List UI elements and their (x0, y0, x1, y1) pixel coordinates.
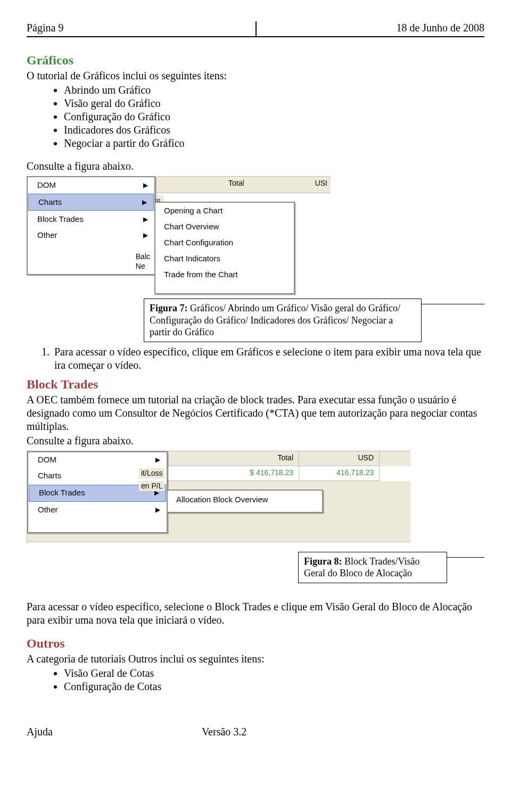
figure-7-caption: Figura 7: Gráficos/ Abrindo um Gráfico/ … (144, 299, 422, 342)
submenu-arrow-icon: ▶ (155, 456, 160, 464)
caption-title: Figura 8: (304, 556, 344, 567)
menu-label: Other (37, 230, 57, 241)
caption-connector-line (422, 304, 484, 304)
menu-label: DOM (38, 455, 56, 465)
menu-item-dom[interactable]: DOM ▶ (28, 177, 154, 193)
figure-8-caption: Figura 8: Block Trades/Visão Geral do Bl… (298, 552, 447, 583)
page-number: Página 9 (27, 21, 63, 35)
after-fig8-text: Para acessar o vídeo específico, selecio… (27, 600, 484, 627)
fig2-data-row: $ 416,718.23 416,718.23 (166, 466, 410, 481)
menu-label: Charts (38, 197, 62, 208)
menu-label: Block Trades (37, 214, 84, 225)
menu-label: Charts (38, 471, 61, 481)
col-usd: USI (315, 179, 327, 188)
submenu-arrow-icon: ▶ (155, 506, 160, 514)
figure-8-screenshot: Total USD $ 416,718.23 416,718.23 DOM ▶ … (27, 451, 410, 542)
submenu-item[interactable]: Trade from the Chart (155, 267, 294, 283)
fig2-header-cells: Total USD (166, 451, 410, 466)
step-list: Para acessar o vídeo específico, clique … (27, 345, 484, 372)
submenu-arrow-icon: ▶ (143, 181, 148, 189)
header-divider (256, 21, 257, 37)
cell-value: 416,718.23 (299, 466, 380, 481)
list-item: Indicadores dos Gráficos (64, 123, 484, 137)
caption-connector-line (447, 557, 484, 558)
label-balc: Balc (136, 252, 150, 262)
list-item: Visão Geral de Cotas (64, 667, 484, 680)
menu-item-other[interactable]: Other ▶ (28, 502, 167, 518)
fig2-submenu: Allocation Block Overview (167, 490, 323, 513)
consult-text-2: Consulte a figura abaixo. (27, 434, 484, 448)
menu-label: DOM (37, 180, 56, 190)
footer-left: Ajuda (27, 725, 53, 739)
list-item: Configuração de Cotas (64, 680, 484, 693)
col-total: Total (228, 179, 244, 188)
figure-8-caption-row: Figura 8: Block Trades/Visão Geral do Bl… (298, 552, 484, 583)
col-usd: USD (299, 451, 380, 466)
caption-title: Figura 7: (150, 303, 190, 313)
section-title-graficos: Gráficos (27, 52, 484, 68)
submenu-item[interactable]: Chart Indicators (155, 251, 294, 267)
label-ne: Ne (136, 262, 150, 271)
fig2-enpl-label: en P/L (139, 481, 164, 492)
page-date: 18 de Junho de 2008 (396, 21, 484, 35)
section-title-block-trades: Block Trades (27, 376, 484, 392)
menu-label: Block Trades (39, 488, 85, 498)
graficos-bullet-list: Abrindo um Gráfico Visão geral do Gráfic… (27, 84, 484, 150)
fig1-submenu: Opening a Chart Chart Overview Chart Con… (154, 202, 295, 294)
menu-item-dom[interactable]: DOM ▶ (28, 452, 167, 468)
figure-7-caption-row: Figura 7: Gráficos/ Abrindo um Gráfico/ … (144, 299, 484, 342)
col-total: Total (166, 451, 299, 466)
submenu-arrow-icon: ▶ (143, 216, 148, 223)
list-item: Visão geral do Gráfico (64, 97, 484, 110)
submenu-item[interactable]: Opening a Chart (155, 203, 294, 219)
page-footer: Ajuda Versão 3.2 (27, 725, 484, 739)
fig1-bottom-labels: Balc Ne (136, 252, 150, 271)
fig2-left-menu: DOM ▶ Charts ▶ Block Trades ▶ Other ▶ (27, 451, 168, 533)
menu-label: Other (38, 505, 58, 515)
outros-intro: A categoria de tutoriais Outros inclui o… (27, 652, 484, 666)
submenu-item[interactable]: Chart Configuration (155, 235, 294, 251)
block-trades-body: A OEC também fornece um tutorial na cria… (27, 393, 484, 433)
page-header: Página 9 18 de Junho de 2008 (27, 21, 484, 37)
outros-bullet-list: Visão Geral de Cotas Configuração de Cot… (27, 667, 484, 693)
fig1-left-menu: DOM ▶ Charts ▶ Block Trades ▶ Other ▶ Ba… (27, 176, 155, 275)
menu-item-block-trades[interactable]: Block Trades ▶ (28, 211, 154, 227)
list-item: Configuração do Gráfico (64, 110, 484, 123)
figure-7-screenshot: Total USI it/Loss DOM ▶ Charts ▶ Block T… (27, 176, 484, 299)
consult-text: Consulte a figura abaixo. (27, 160, 484, 173)
submenu-arrow-icon: ▶ (142, 198, 147, 206)
fig2-itloss-label: it/Loss (139, 468, 164, 479)
submenu-item[interactable]: Chart Overview (155, 219, 294, 235)
menu-item-other[interactable]: Other ▶ (28, 227, 154, 243)
list-item: Negociar a partir do Gráfico (64, 137, 484, 150)
footer-right: Versão 3.2 (202, 725, 246, 739)
submenu-arrow-icon: ▶ (143, 231, 148, 239)
step-item: Para acessar o vídeo específico, clique … (52, 345, 484, 372)
section-title-outros: Outros (27, 635, 484, 651)
cell-value: $ 416,718.23 (166, 466, 299, 481)
menu-item-charts[interactable]: Charts ▶ (28, 194, 154, 211)
intro-text: O tutorial de Gráficos inclui os seguint… (27, 69, 484, 82)
submenu-item[interactable]: Allocation Block Overview (168, 491, 322, 510)
list-item: Abrindo um Gráfico (64, 84, 484, 97)
